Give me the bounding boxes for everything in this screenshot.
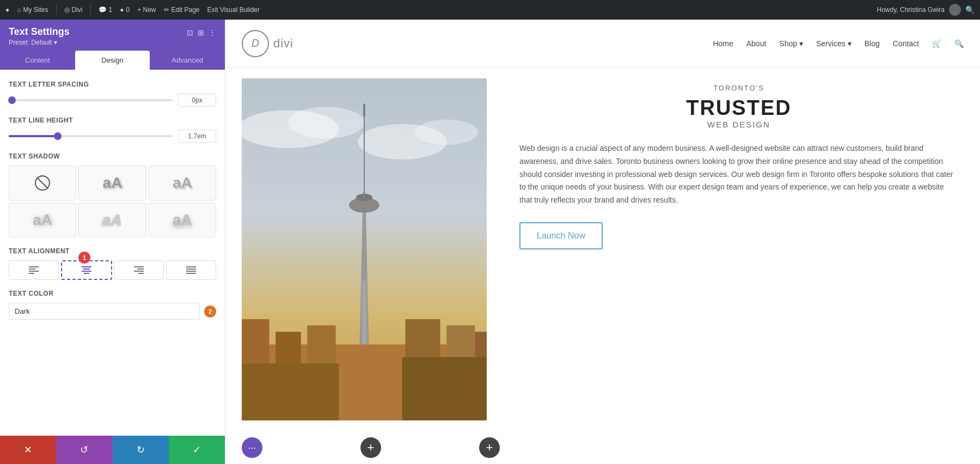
svg-rect-38 bbox=[402, 357, 487, 420]
more-icon[interactable]: ⋮ bbox=[209, 28, 216, 37]
svg-line-1 bbox=[37, 178, 48, 188]
svg-rect-8 bbox=[82, 271, 91, 272]
text-alignment-row: 1 bbox=[9, 260, 216, 280]
cart-icon[interactable]: 🛒 bbox=[932, 39, 941, 48]
admin-bar-right: Howdy, Christina Gwira 🔍 bbox=[877, 4, 975, 16]
svg-rect-9 bbox=[84, 273, 89, 274]
expand-icon[interactable]: ⊡ bbox=[187, 28, 193, 37]
letter-spacing-value[interactable] bbox=[178, 94, 216, 107]
fab-menu-button[interactable]: ··· bbox=[242, 437, 262, 458]
line-height-track[interactable] bbox=[9, 135, 173, 137]
search-nav-icon[interactable]: 🔍 bbox=[954, 39, 964, 48]
svg-rect-11 bbox=[137, 268, 144, 270]
nav-shop[interactable]: Shop ▾ bbox=[779, 39, 803, 48]
cancel-button[interactable]: ✕ bbox=[0, 436, 56, 464]
undo-icon: ↺ bbox=[80, 444, 88, 456]
panel-tabs: Content Design Advanced bbox=[0, 51, 225, 70]
nav-contact[interactable]: Contact bbox=[893, 39, 919, 48]
panel-preset[interactable]: Preset: Default ▾ bbox=[9, 39, 70, 46]
confirm-button[interactable]: ✓ bbox=[169, 436, 225, 464]
services-dropdown-icon: ▾ bbox=[848, 39, 852, 48]
edit-page-btn[interactable]: ✏ Edit Page bbox=[164, 6, 200, 14]
align-center-btn[interactable] bbox=[61, 260, 112, 280]
site-main: TORONTO'S TRUSTED WEB DESIGN Web design … bbox=[225, 68, 980, 431]
text-color-row: Dark Light Custom 2 bbox=[9, 303, 216, 320]
columns-icon[interactable]: ⊞ bbox=[198, 28, 204, 37]
nav-about[interactable]: About bbox=[746, 39, 767, 48]
howdy-text: Howdy, Christina Gwira bbox=[877, 6, 945, 14]
panel-content: Text Letter Spacing Text Line Height Tex… bbox=[0, 70, 225, 436]
site-nav-menu: Home About Shop ▾ Services ▾ Blog Contac bbox=[713, 39, 964, 48]
comment-icon: 💬 bbox=[99, 6, 107, 14]
svg-rect-12 bbox=[134, 271, 144, 272]
align-left-btn[interactable] bbox=[9, 260, 59, 280]
svg-rect-4 bbox=[29, 271, 39, 272]
bubble-icon: ● bbox=[120, 6, 124, 14]
line-height-value[interactable] bbox=[178, 130, 216, 143]
badge-2: 2 bbox=[204, 306, 216, 318]
comments-btn[interactable]: 💬 1 bbox=[99, 6, 113, 14]
right-content: D divi Home About Shop ▾ Services ▾ bbox=[225, 20, 980, 464]
divider bbox=[56, 5, 57, 15]
svg-rect-15 bbox=[186, 268, 196, 270]
shadow-option-5[interactable]: aA bbox=[149, 203, 216, 237]
tab-design[interactable]: Design bbox=[75, 51, 150, 70]
exit-builder-btn[interactable]: Exit Visual Builder bbox=[207, 6, 260, 14]
redo-button[interactable]: ↻ bbox=[113, 436, 169, 464]
svg-rect-17 bbox=[186, 273, 196, 274]
dots-icon: ··· bbox=[248, 442, 256, 454]
nav-home[interactable]: Home bbox=[713, 39, 733, 48]
panel-header-icons: ⊡ ⊞ ⋮ bbox=[187, 28, 216, 37]
nav-blog[interactable]: Blog bbox=[865, 39, 880, 48]
svg-rect-6 bbox=[82, 266, 91, 267]
align-right-btn[interactable] bbox=[114, 260, 164, 280]
fab-add-button-2[interactable]: + bbox=[479, 437, 500, 458]
home-icon: ⌂ bbox=[17, 6, 21, 14]
line-height-thumb[interactable] bbox=[54, 132, 62, 140]
site-nav: D divi Home About Shop ▾ Services ▾ bbox=[225, 20, 980, 68]
nav-services[interactable]: Services ▾ bbox=[816, 39, 852, 48]
letter-spacing-thumb[interactable] bbox=[8, 96, 16, 104]
wordpress-icon-btn[interactable]: ● bbox=[5, 6, 9, 14]
svg-rect-14 bbox=[186, 266, 196, 267]
tab-advanced[interactable]: Advanced bbox=[150, 51, 225, 70]
undo-button[interactable]: ↺ bbox=[56, 436, 112, 464]
svg-point-22 bbox=[415, 120, 478, 145]
admin-bar: ● ⌂ My Sites ◎ Divi 💬 1 ● 0 + New ✏ Edit… bbox=[0, 0, 980, 20]
tab-content[interactable]: Content bbox=[0, 51, 75, 70]
shadow-option-3[interactable]: aA bbox=[9, 203, 76, 237]
shadow-option-1[interactable]: aA bbox=[78, 166, 146, 200]
toronto-hero-image bbox=[242, 78, 487, 420]
redo-icon: ↻ bbox=[137, 444, 145, 456]
text-color-select[interactable]: Dark Light Custom bbox=[9, 303, 200, 320]
text-shadow-grid: aA aA aA aA aA bbox=[9, 166, 216, 237]
bubbles-btn[interactable]: ● 0 bbox=[120, 6, 130, 14]
launch-now-button[interactable]: Launch Now bbox=[519, 222, 603, 249]
logo-circle: D bbox=[242, 30, 269, 57]
plus-icon-2: + bbox=[486, 441, 493, 455]
body-text: Web design is a crucial aspect of any mo… bbox=[519, 142, 958, 207]
svg-rect-33 bbox=[307, 326, 335, 370]
svg-rect-5 bbox=[29, 273, 34, 274]
line-height-slider-row bbox=[9, 130, 216, 143]
cn-tower-svg bbox=[242, 78, 487, 420]
svg-point-20 bbox=[288, 107, 364, 138]
divi-btn[interactable]: ◎ Divi bbox=[64, 6, 83, 14]
svg-rect-13 bbox=[138, 273, 144, 274]
fab-add-button-1[interactable]: + bbox=[360, 437, 381, 458]
search-icon[interactable]: 🔍 bbox=[965, 5, 975, 14]
badge-1: 1 bbox=[78, 252, 90, 264]
align-justify-btn[interactable] bbox=[166, 260, 216, 280]
shadow-option-4[interactable]: aA bbox=[78, 203, 146, 237]
shadow-none[interactable] bbox=[9, 166, 76, 200]
divi-icon: ◎ bbox=[64, 6, 70, 14]
toronto-label: TORONTO'S bbox=[519, 84, 958, 92]
letter-spacing-track[interactable] bbox=[9, 99, 173, 101]
my-sites-btn[interactable]: ⌂ My Sites bbox=[17, 6, 48, 14]
shadow-option-2[interactable]: aA bbox=[149, 166, 216, 200]
divider2 bbox=[90, 5, 91, 15]
new-btn[interactable]: + New bbox=[137, 6, 156, 14]
svg-rect-7 bbox=[83, 268, 90, 270]
text-settings-panel: Text Settings Preset: Default ▾ ⊡ ⊞ ⋮ Co… bbox=[0, 20, 225, 464]
web-design-subtitle: WEB DESIGN bbox=[519, 120, 958, 129]
